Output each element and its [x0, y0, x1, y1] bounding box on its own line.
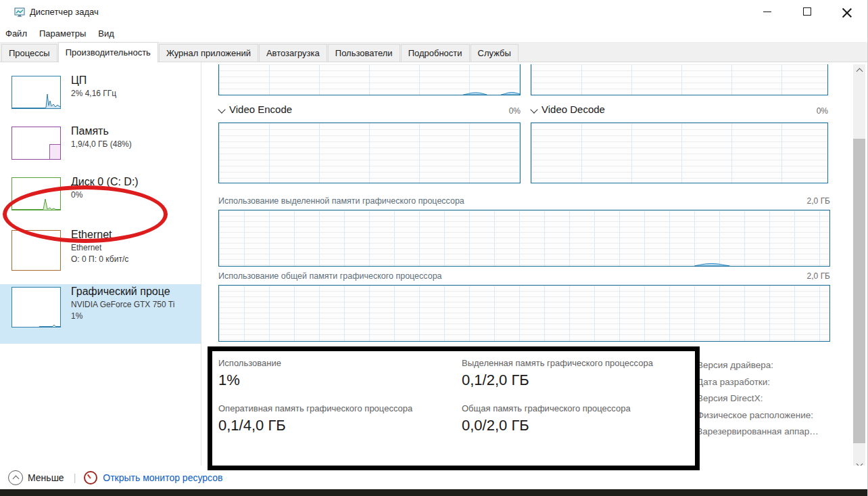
- memory-mini-chart: [11, 127, 61, 160]
- status-separator: |: [74, 472, 76, 483]
- directx-version-label: Версия DirectX:: [697, 390, 842, 407]
- open-resource-monitor-link[interactable]: Открыть монитор ресурсов: [84, 471, 222, 484]
- driver-info-column: Версия драйвера: Дата разработки: Версия…: [697, 357, 842, 441]
- scrollbar-thumb[interactable]: [853, 139, 865, 443]
- video-encode-value: 0%: [509, 106, 521, 116]
- sidebar-memory-title: Память: [71, 125, 199, 137]
- tab-processes[interactable]: Процессы: [1, 44, 57, 62]
- chevron-down-icon: [218, 106, 225, 113]
- desktop-edge-strip: [0, 489, 867, 496]
- sidebar-cpu-title: ЦП: [71, 74, 199, 87]
- vertical-scrollbar[interactable]: [853, 64, 865, 470]
- tab-bar: Процессы Производительность Журнал прило…: [0, 42, 867, 62]
- video-decode-value: 0%: [817, 106, 828, 116]
- menu-bar: Файл Параметры Вид: [0, 24, 867, 42]
- dedicated-memory-header: Использование выделенной памяти графичес…: [218, 196, 830, 207]
- chevron-up-circle-icon: [8, 470, 23, 485]
- shared-memory-label: Использование общей памяти графического …: [218, 271, 442, 281]
- close-button[interactable]: [831, 0, 863, 23]
- minimize-button[interactable]: [752, 0, 783, 23]
- sidebar-cpu-stats: 2% 4,16 ГГц: [71, 89, 199, 98]
- sidebar-ethernet-stats: О: 0 П: 0 кбит/с: [71, 254, 199, 264]
- scroll-up-button[interactable]: [853, 64, 865, 76]
- tab-app-history[interactable]: Журнал приложений: [159, 44, 258, 62]
- shared-memory-max: 2,0 ГБ: [807, 271, 830, 281]
- video-encode-header: Video Encode 0%: [218, 104, 521, 118]
- memory-usage-fill: [49, 144, 60, 159]
- sidebar-divider: [201, 62, 201, 466]
- sidebar-item-disk[interactable]: Диск 0 (C: D:) 0%: [0, 175, 201, 222]
- shared-mem-stat-label: Общая память графического процессора: [462, 403, 631, 413]
- task-manager-icon: [14, 7, 25, 20]
- driver-version-label: Версия драйвера:: [697, 357, 842, 374]
- usage-value: 1%: [218, 371, 240, 389]
- sidebar-disk-stats: 0%: [71, 190, 199, 200]
- ethernet-mini-chart: [11, 230, 61, 271]
- task-manager-window: Диспетчер задач Файл Параметры Вид Проце…: [0, 0, 868, 496]
- video-encode-chart: [218, 122, 521, 183]
- tab-performance[interactable]: Производительность: [58, 42, 158, 62]
- dedicated-mem-stat-value: 0,1/2,0 ГБ: [462, 371, 529, 389]
- physical-location-label: Физическое расположение:: [697, 407, 842, 424]
- menu-file[interactable]: Файл: [4, 27, 28, 40]
- sidebar-ethernet-name: Ethernet: [71, 243, 199, 252]
- sidebar-item-memory[interactable]: Память 1,9/4,0 ГБ (48%): [0, 124, 201, 171]
- video-encode-label: Video Encode: [229, 104, 292, 115]
- close-icon: [842, 7, 852, 16]
- sidebar-gpu-name: NVIDIA GeForce GTX 750 Ti: [71, 300, 199, 309]
- tab-users[interactable]: Пользователи: [328, 44, 400, 62]
- open-resource-monitor-label: Открыть монитор ресурсов: [103, 472, 222, 483]
- performance-sidebar: ЦП 2% 4,16 ГГц Память 1,9/4,0 ГБ (48%) Д…: [0, 62, 201, 466]
- maximize-button[interactable]: [792, 0, 823, 23]
- driver-date-label: Дата разработки:: [697, 374, 842, 391]
- chevron-up-icon: [856, 68, 863, 74]
- gpu-engine-chart-partial-right: [531, 64, 828, 95]
- reserved-hw-label: Зарезервированная аппар…: [697, 424, 842, 441]
- fewer-details-label: Меньше: [28, 472, 64, 483]
- tab-services[interactable]: Службы: [471, 44, 519, 62]
- dedicated-mem-stat-label: Выделенная память графического процессор…: [462, 358, 653, 368]
- window-title: Диспетчер задач: [30, 7, 99, 17]
- resource-monitor-gauge-icon: [84, 471, 97, 484]
- sidebar-item-cpu[interactable]: ЦП 2% 4,16 ГГц: [0, 73, 201, 120]
- gpu-ram-stat-value: 0,1/4,0 ГБ: [218, 417, 286, 434]
- gpu-engine-chart-partial-left: [218, 64, 521, 95]
- gpu-mini-chart: [11, 287, 61, 328]
- menu-view[interactable]: Вид: [97, 27, 116, 40]
- cpu-mini-chart: [11, 76, 61, 109]
- dedicated-memory-label: Использование выделенной памяти графичес…: [218, 196, 464, 206]
- tab-startup[interactable]: Автозагрузка: [259, 44, 327, 62]
- shared-memory-header: Использование общей памяти графического …: [218, 271, 830, 282]
- video-decode-label: Video Decode: [541, 104, 605, 115]
- video-decode-chart: [531, 122, 828, 183]
- title-bar: Диспетчер задач: [0, 0, 867, 24]
- tab-details[interactable]: Подробности: [401, 44, 470, 62]
- dedicated-memory-chart: [218, 210, 830, 267]
- chevron-down-icon: [530, 106, 537, 113]
- usage-label: Использование: [218, 358, 281, 368]
- sidebar-ethernet-title: Ethernet: [71, 229, 199, 241]
- sidebar-item-gpu[interactable]: Графический проце NVIDIA GeForce GTX 750…: [0, 284, 201, 344]
- shared-mem-stat-value: 0,0/2,0 ГБ: [462, 417, 529, 434]
- gpu-ram-stat-label: Оперативная память графического процессо…: [218, 403, 412, 413]
- sidebar-memory-stats: 1,9/4,0 ГБ (48%): [71, 139, 199, 149]
- sidebar-item-ethernet[interactable]: Ethernet Ethernet О: 0 П: 0 кбит/с: [0, 227, 201, 283]
- shared-memory-chart: [218, 285, 830, 342]
- sidebar-disk-title: Диск 0 (C: D:): [71, 176, 199, 188]
- fewer-details-button[interactable]: Меньше: [8, 470, 64, 485]
- sidebar-gpu-title: Графический проце: [71, 286, 199, 298]
- status-bar: Меньше | Открыть монитор ресурсов: [0, 466, 867, 489]
- minimize-icon: [763, 12, 771, 12]
- sidebar-gpu-stats: 1%: [71, 311, 199, 321]
- dedicated-memory-max: 2,0 ГБ: [807, 196, 830, 206]
- maximize-icon: [803, 7, 811, 16]
- menu-options[interactable]: Параметры: [38, 27, 87, 40]
- disk-mini-chart: [11, 177, 61, 210]
- video-decode-header: Video Decode 0%: [531, 104, 828, 118]
